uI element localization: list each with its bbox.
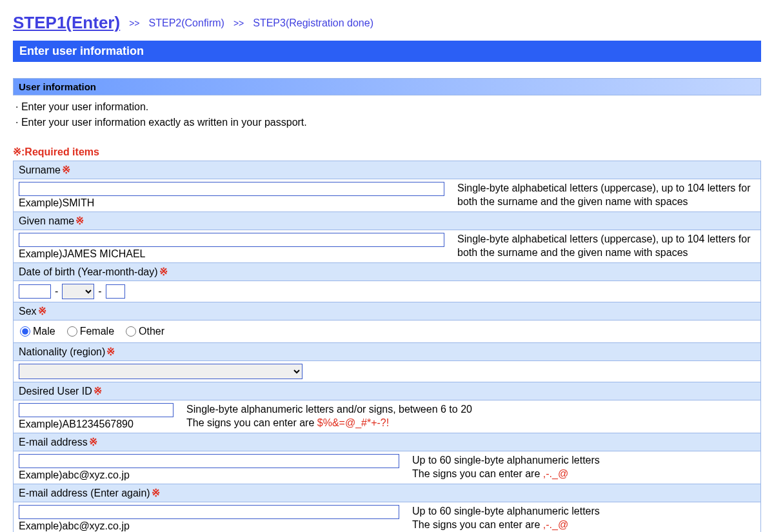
given-input[interactable]	[19, 233, 444, 247]
req-mark: ※	[159, 266, 168, 277]
email-helper: Up to 60 single-byte alphanumeric letter…	[412, 454, 600, 481]
userid-example: Example)AB1234567890	[19, 419, 174, 430]
surname-label-cell: Surname※	[14, 161, 761, 179]
nat-label: Nationality (region)	[19, 346, 105, 357]
page-title: Enter user information	[13, 41, 761, 62]
email-helper-1: Up to 60 single-byte alphanumeric letter…	[412, 454, 600, 468]
sex-male-option[interactable]: Male	[20, 326, 55, 337]
sex-female-option[interactable]: Female	[67, 326, 114, 337]
surname-label: Surname	[19, 164, 61, 175]
dob-month-select[interactable]	[62, 284, 94, 299]
dob-label-cell: Date of birth (Year-month-day)※	[14, 263, 761, 281]
req-mark: ※	[94, 386, 102, 397]
sex-male-radio[interactable]	[20, 326, 30, 337]
dob-label: Date of birth (Year-month-day)	[19, 266, 158, 277]
userid-helper-2: The signs you can enter are $%&=@_#*+-?!	[186, 417, 472, 430]
given-body: Example)JAMES MICHAEL Single-byte alphab…	[14, 230, 761, 263]
given-label-cell: Given name※	[14, 212, 761, 230]
dob-dash-1: -	[55, 286, 58, 297]
nat-label-cell: Nationality (region)※	[14, 343, 761, 361]
email2-label-cell: E-mail address (Enter again)※	[14, 484, 761, 502]
sex-female-radio[interactable]	[67, 326, 77, 337]
req-mark: ※	[89, 437, 97, 448]
userid-body: Example)AB1234567890 Single-byte alphanu…	[14, 400, 761, 433]
email2-body: Example)abc@xyz.co.jp Up to 60 single-by…	[14, 502, 761, 533]
dob-body: - -	[14, 281, 761, 302]
sex-male-label: Male	[33, 326, 55, 337]
surname-body: Example)SMITH Single-byte alphabetical l…	[14, 179, 761, 212]
sex-other-radio[interactable]	[126, 326, 136, 337]
section-header: User information	[13, 78, 761, 95]
email-label: E-mail address	[19, 437, 88, 448]
step-sep-2: >>	[233, 18, 244, 28]
surname-input[interactable]	[19, 182, 444, 196]
nat-body	[14, 361, 761, 382]
userid-label-cell: Desired User ID※	[14, 382, 761, 400]
given-helper: Single-byte alphabetical letters (upperc…	[457, 233, 755, 260]
form-table: Surname※ Example)SMITH Single-byte alpha…	[13, 161, 761, 532]
given-example: Example)JAMES MICHAEL	[19, 248, 444, 260]
email2-example: Example)abc@xyz.co.jp	[19, 520, 399, 532]
email2-label: E-mail address (Enter again)	[19, 488, 150, 498]
email-example: Example)abc@xyz.co.jp	[19, 469, 399, 481]
nationality-select[interactable]	[19, 364, 303, 379]
instructions: · Enter your user information. · Enter y…	[13, 95, 761, 130]
dob-year-input[interactable]	[19, 284, 51, 299]
userid-label: Desired User ID	[19, 386, 92, 397]
instruction-line-2: · Enter your user information exactly as…	[15, 115, 759, 130]
sex-other-label: Other	[139, 326, 164, 337]
sex-body: Male Female Other	[14, 320, 761, 343]
sex-other-option[interactable]: Other	[126, 326, 164, 337]
userid-helper-1: Single-byte alphanumeric letters and/or …	[186, 403, 472, 417]
sex-label: Sex	[19, 306, 37, 317]
req-mark: ※	[152, 488, 160, 498]
userid-helper: Single-byte alphanumeric letters and/or …	[186, 403, 472, 430]
email2-helper-1: Up to 60 single-byte alphanumeric letter…	[412, 505, 600, 518]
email-label-cell: E-mail address※	[14, 433, 761, 451]
email2-helper-2: The signs you can enter are ,-._@	[412, 518, 600, 532]
req-mark: ※	[38, 306, 46, 317]
email-helper-2: The signs you can enter are ,-._@	[412, 468, 600, 481]
dob-day-input[interactable]	[106, 284, 125, 299]
email-body: Example)abc@xyz.co.jp Up to 60 single-by…	[14, 451, 761, 484]
sex-female-label: Female	[80, 326, 114, 337]
surname-helper: Single-byte alphabetical letters (upperc…	[457, 182, 755, 209]
userid-input[interactable]	[19, 403, 174, 417]
step-3: STEP3(Registration done)	[253, 17, 373, 29]
step-2: STEP2(Confirm)	[149, 17, 224, 29]
step-indicator: STEP1(Enter) >> STEP2(Confirm) >> STEP3(…	[13, 13, 761, 33]
dob-dash-2: -	[98, 286, 101, 297]
email2-input[interactable]	[19, 505, 399, 519]
sex-label-cell: Sex※	[14, 302, 761, 320]
req-mark: ※	[75, 215, 84, 226]
email2-helper: Up to 60 single-byte alphanumeric letter…	[412, 505, 600, 532]
surname-example: Example)SMITH	[19, 197, 444, 209]
instruction-line-1: · Enter your user information.	[15, 99, 759, 115]
req-mark: ※	[62, 164, 70, 175]
required-note: ※:Required items	[13, 146, 761, 158]
step-current[interactable]: STEP1(Enter)	[13, 13, 120, 33]
req-mark: ※	[106, 346, 115, 357]
email-input[interactable]	[19, 454, 399, 468]
given-label: Given name	[19, 215, 74, 226]
step-sep-1: >>	[129, 18, 139, 28]
